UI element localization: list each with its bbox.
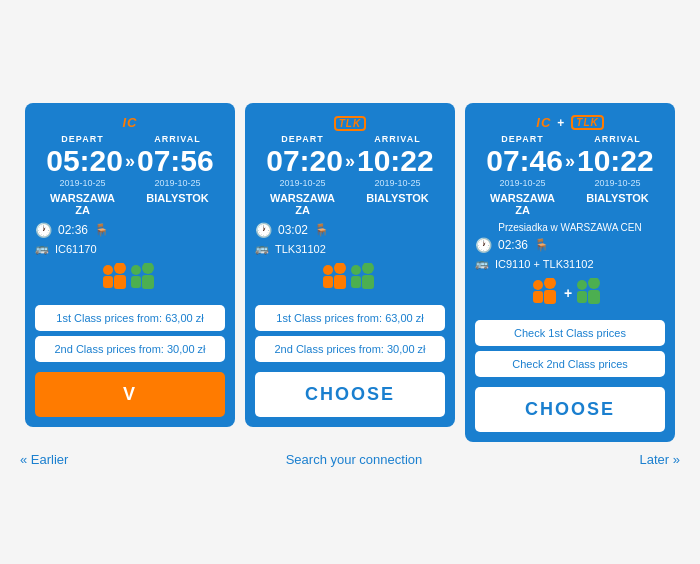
svg-point-10: [334, 263, 346, 274]
train-number: IC9110 + TLK31102: [495, 258, 594, 270]
choose-btn-1[interactable]: V: [35, 372, 225, 417]
passengers-svg: [320, 263, 380, 295]
ic-logo: IC: [123, 115, 138, 130]
seat-icon: 🪑: [534, 238, 549, 252]
card2-logo: TLK: [334, 115, 366, 130]
depart-date: 2019-10-25: [475, 178, 570, 188]
card1-logo: IC: [123, 115, 138, 130]
depart-time: 07:46: [486, 146, 563, 176]
price-2nd-btn[interactable]: 2nd Class prices from: 30,00 zł: [255, 336, 445, 362]
price-1st-btn[interactable]: 1st Class prices from: 63,00 zł: [35, 305, 225, 331]
cards-container: IC DEPART ARRIVAL 05:20 » 07:56 2019-10-…: [10, 103, 690, 442]
from-city: WARSZAWA: [475, 192, 570, 204]
depart-label: DEPART: [475, 134, 570, 144]
bus-icon: 🚌: [475, 257, 489, 270]
depart-label: DEPART: [35, 134, 130, 144]
duration-value: 02:36: [498, 238, 528, 252]
to-suffix: [570, 204, 665, 216]
card3-passengers: +: [530, 278, 610, 310]
arrival-date: 2019-10-25: [130, 178, 225, 188]
depart-date: 2019-10-25: [255, 178, 350, 188]
card-2: TLK DEPART ARRIVAL 07:20 » 10:22 2019-10…: [245, 103, 455, 427]
arrival-time: 10:22: [577, 146, 654, 176]
price-2nd-btn[interactable]: 2nd Class prices from: 30,00 zł: [35, 336, 225, 362]
svg-point-6: [142, 263, 154, 274]
arrow-icon: »: [125, 152, 135, 170]
ic-logo: IC: [536, 115, 551, 130]
arrival-label: ARRIVAL: [570, 134, 665, 144]
depart-label: DEPART: [255, 134, 350, 144]
to-city: BIALYSTOK: [350, 192, 445, 204]
tlk-logo: TLK: [334, 116, 366, 131]
svg-rect-22: [577, 291, 587, 303]
svg-point-0: [103, 265, 113, 275]
depart-time: 07:20: [266, 146, 343, 176]
price-1st-btn[interactable]: 1st Class prices from: 63,00 zł: [255, 305, 445, 331]
duration-value: 02:36: [58, 223, 88, 237]
bus-icon: 🚌: [35, 242, 49, 255]
search-connection-link[interactable]: Search your connection: [286, 452, 423, 467]
card2-train: 🚌 TLK31102: [255, 242, 326, 255]
card1-passengers: [100, 263, 160, 295]
check-1st-btn[interactable]: Check 1st Class prices: [475, 320, 665, 346]
clock-icon: 🕐: [35, 222, 52, 238]
card-1: IC DEPART ARRIVAL 05:20 » 07:56 2019-10-…: [25, 103, 235, 427]
card2-times: 07:20 » 10:22: [255, 146, 445, 176]
svg-rect-11: [334, 275, 346, 289]
from-suffix: ZA: [35, 204, 130, 216]
svg-point-23: [588, 278, 600, 289]
duration-value: 03:02: [278, 223, 308, 237]
card-3: IC + TLK DEPART ARRIVAL 07:46 » 10:22 20…: [465, 103, 675, 442]
card2-passengers: [320, 263, 380, 295]
svg-rect-9: [323, 276, 333, 288]
card1-times: 05:20 » 07:56: [35, 146, 225, 176]
card2-cities: WARSZAWA BIALYSTOK: [255, 192, 445, 204]
choose-btn-2[interactable]: CHOOSE: [255, 372, 445, 417]
passengers-svg: [100, 263, 160, 295]
bottom-navigation: « Earlier Search your connection Later »: [10, 452, 690, 467]
svg-point-8: [323, 265, 333, 275]
to-city: BIALYSTOK: [130, 192, 225, 204]
train-number: TLK31102: [275, 243, 326, 255]
svg-rect-19: [544, 290, 556, 304]
from-city: WARSZAWA: [35, 192, 130, 204]
svg-rect-5: [131, 276, 141, 288]
svg-point-2: [114, 263, 126, 274]
svg-point-14: [362, 263, 374, 274]
arrival-date: 2019-10-25: [350, 178, 445, 188]
svg-point-12: [351, 265, 361, 275]
svg-rect-17: [533, 291, 543, 303]
arrow-icon: »: [565, 152, 575, 170]
svg-rect-24: [588, 290, 600, 304]
card2-dates: 2019-10-25 2019-10-25: [255, 178, 445, 188]
card1-header: DEPART ARRIVAL: [35, 134, 225, 144]
check-2nd-btn[interactable]: Check 2nd Class prices: [475, 351, 665, 377]
svg-point-21: [577, 280, 587, 290]
card3-times: 07:46 » 10:22: [475, 146, 665, 176]
arrival-time: 07:56: [137, 146, 214, 176]
passengers-svg: +: [530, 278, 610, 310]
card2-header: DEPART ARRIVAL: [255, 134, 445, 144]
arrow-icon: »: [345, 152, 355, 170]
przesiadka-label: Przesiadka w WARSZAWA CEN: [498, 222, 641, 233]
later-link[interactable]: Later »: [640, 452, 680, 467]
card1-duration: 🕐 02:36 🪑: [35, 222, 109, 238]
card3-za: ZA: [475, 204, 665, 216]
to-suffix: [350, 204, 445, 216]
bus-icon: 🚌: [255, 242, 269, 255]
svg-point-18: [544, 278, 556, 289]
card2-duration: 🕐 03:02 🪑: [255, 222, 329, 238]
train-number: IC61170: [55, 243, 97, 255]
svg-point-4: [131, 265, 141, 275]
from-suffix: ZA: [255, 204, 350, 216]
svg-rect-1: [103, 276, 113, 288]
earlier-link[interactable]: « Earlier: [20, 452, 68, 467]
choose-btn-3[interactable]: CHOOSE: [475, 387, 665, 432]
from-city: WARSZAWA: [255, 192, 350, 204]
card3-cities: WARSZAWA BIALYSTOK: [475, 192, 665, 204]
svg-text:+: +: [564, 285, 572, 301]
card2-za: ZA: [255, 204, 445, 216]
seat-icon: 🪑: [94, 223, 109, 237]
card3-dates: 2019-10-25 2019-10-25: [475, 178, 665, 188]
arrival-time: 10:22: [357, 146, 434, 176]
